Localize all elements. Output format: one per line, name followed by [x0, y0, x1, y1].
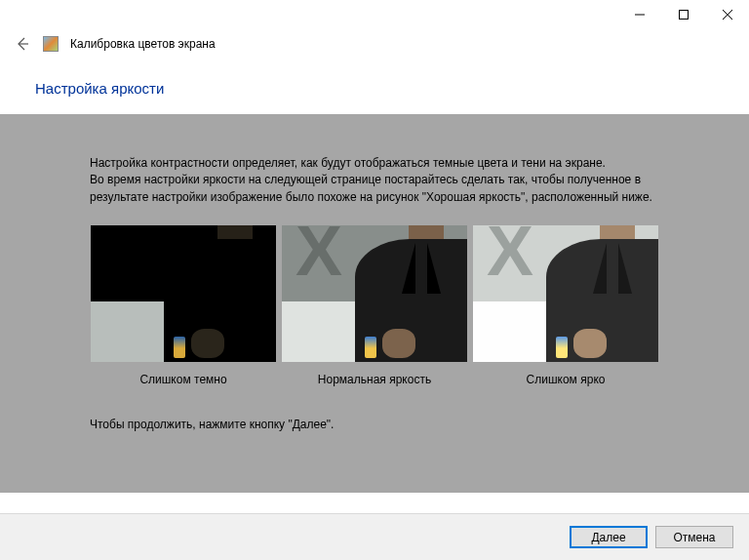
sample-image-bright: X — [473, 225, 658, 362]
sample-too-dark: Слишком темно — [91, 225, 276, 388]
description-line-2: Во время настройки яркости на следующей … — [90, 172, 659, 206]
brightness-samples: Слишком темно X Нормальная яркость X — [12, 225, 737, 388]
back-button[interactable] — [14, 35, 31, 53]
svg-rect-1 — [679, 10, 688, 19]
cancel-button[interactable]: Отмена — [655, 526, 733, 548]
sample-image-dark — [91, 225, 276, 362]
description-line-1: Настройка контрастности определяет, как … — [90, 155, 659, 172]
minimize-button[interactable] — [617, 0, 661, 29]
maximize-button[interactable] — [661, 0, 705, 29]
content-frame: Настройка контрастности определяет, как … — [0, 114, 749, 493]
header-bar: Калибровка цветов экрана — [0, 29, 749, 59]
sample-caption: Слишком ярко — [527, 372, 606, 388]
page-heading: Настройка яркости — [0, 59, 749, 114]
sample-normal: X Нормальная яркость — [282, 225, 467, 388]
continue-instruction: Чтобы продолжить, нажмите кнопку "Далее"… — [12, 417, 737, 433]
app-title: Калибровка цветов экрана — [70, 37, 216, 51]
app-icon — [43, 36, 59, 52]
sample-too-bright: X Слишком ярко — [473, 225, 658, 388]
close-button[interactable] — [705, 0, 749, 29]
button-row: Далее Отмена — [0, 513, 749, 560]
sample-caption: Нормальная яркость — [318, 372, 431, 388]
sample-caption: Слишком темно — [139, 372, 226, 388]
next-button[interactable]: Далее — [570, 526, 648, 548]
sample-image-normal: X — [282, 225, 467, 362]
window-titlebar — [0, 0, 749, 29]
